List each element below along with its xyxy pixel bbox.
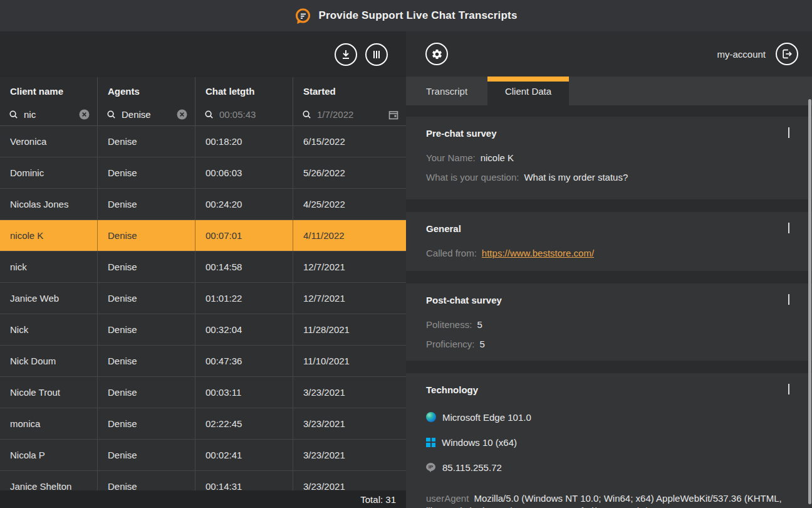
collapse-section-button[interactable]	[786, 383, 792, 397]
chevron-up-icon	[788, 127, 789, 138]
cell-agent: Denise	[98, 220, 195, 251]
column-header-client-name[interactable]: Client name	[0, 77, 98, 103]
cell-chat-length: 00:18:20	[195, 126, 293, 157]
section-technology: Technology Microsoft Edge 101.0 Windows …	[406, 373, 812, 508]
table-row[interactable]: NickDenise00:32:0411/28/2021	[0, 314, 406, 346]
cell-started: 3/23/2021	[293, 377, 406, 408]
table-row[interactable]: Janice WebDenise01:01:2212/7/2021	[0, 283, 406, 314]
vertical-scrollbar[interactable]	[808, 99, 811, 504]
tab-transcript[interactable]: Transcript	[406, 77, 487, 105]
gear-icon	[431, 48, 443, 60]
detail-panel: my-account Transcript Client Data Pre-ch…	[406, 31, 812, 508]
clear-client-filter-button[interactable]	[79, 109, 90, 120]
logout-icon	[781, 48, 793, 60]
cell-agent: Denise	[98, 377, 195, 408]
client-name-filter	[0, 103, 98, 125]
chat-length-filter-input[interactable]	[219, 109, 285, 120]
date-picker-button[interactable]	[388, 110, 398, 120]
cell-agent: Denise	[98, 440, 195, 470]
cell-started: 4/11/2022	[293, 220, 406, 251]
cell-started: 6/15/2022	[293, 126, 406, 157]
table-row[interactable]: Nicola PDenise00:02:413/23/2021	[0, 440, 406, 471]
table-row[interactable]: Nicole TroutDenise00:03:113/23/2021	[0, 377, 406, 408]
column-filter-icon	[372, 50, 382, 60]
cell-client: nick	[0, 251, 98, 282]
windows-icon	[426, 438, 435, 447]
started-filter-input[interactable]	[317, 109, 383, 120]
table-row[interactable]: monicaDenise02:22:453/23/2021	[0, 408, 406, 440]
cell-started: 12/7/2021	[293, 251, 406, 282]
chat-bubble-logo-icon	[294, 8, 311, 24]
column-filter-button[interactable]	[365, 43, 388, 66]
cell-chat-length: 00:47:36	[195, 346, 293, 376]
cell-client: Nicolas Jones	[0, 189, 98, 220]
settings-button[interactable]	[425, 43, 448, 65]
search-icon	[302, 110, 311, 119]
field-called-from: Called from:https://www.beststore.com/	[426, 243, 792, 263]
total-count: Total: 31	[360, 494, 396, 505]
collapse-section-button[interactable]	[786, 293, 792, 307]
cell-client: Nicole Trout	[0, 377, 98, 408]
agents-filter-input[interactable]	[122, 109, 171, 120]
section-pre-chat-survey: Pre-chat survey Your Name:nicole K What …	[406, 117, 812, 199]
chevron-up-icon	[788, 384, 789, 394]
tab-client-data[interactable]: Client Data	[487, 77, 569, 105]
cell-chat-length: 00:24:20	[195, 189, 293, 220]
table-row[interactable]: Nicolas JonesDenise00:24:204/25/2022	[0, 189, 406, 220]
cell-chat-length: 00:02:41	[195, 440, 293, 470]
cell-started: 12/7/2021	[293, 283, 406, 314]
cell-agent: Denise	[98, 157, 195, 188]
tech-ip: IP 85.115.255.72	[426, 455, 792, 480]
called-from-link[interactable]: https://www.beststore.com/	[482, 248, 594, 258]
field-politeness: Politeness:5	[426, 315, 792, 334]
column-header-agents[interactable]: Agents	[98, 77, 195, 103]
table-row[interactable]: VeronicaDenise00:18:206/15/2022	[0, 126, 406, 157]
clear-agents-filter-button[interactable]	[177, 109, 187, 120]
calendar-icon	[388, 110, 398, 120]
cell-agent: Denise	[98, 283, 195, 314]
user-agent: userAgentMozilla/5.0 (Windows NT 10.0; W…	[426, 492, 792, 508]
table-row[interactable]: Nick DoumDenise00:47:3611/10/2021	[0, 346, 406, 377]
table-filter-row	[0, 103, 406, 126]
cell-client: Nick	[0, 314, 98, 345]
search-icon	[9, 110, 18, 119]
table-footer: Total: 31	[0, 490, 406, 508]
section-title: Post-chat survey	[426, 295, 502, 305]
cell-started: 11/10/2021	[293, 346, 406, 376]
download-icon	[340, 49, 351, 60]
logout-button[interactable]	[776, 43, 798, 65]
client-name-filter-input[interactable]	[24, 109, 73, 120]
cell-started: 4/25/2022	[293, 189, 406, 220]
cell-chat-length: 02:22:45	[195, 408, 293, 439]
field-proficiency: Proficiency:5	[426, 334, 792, 354]
cell-chat-length: 00:32:04	[195, 314, 293, 345]
section-post-chat-survey: Post-chat survey Politeness:5 Proficienc…	[406, 283, 812, 361]
table-row[interactable]: DominicDenise00:06:035/26/2022	[0, 157, 406, 189]
column-header-chat-length[interactable]: Chat letgth	[195, 77, 293, 103]
table-row-selected[interactable]: nicole KDenise00:07:014/11/2022	[0, 220, 406, 251]
cell-chat-length: 01:01:22	[195, 283, 293, 314]
table-row[interactable]: nickDenise00:14:5812/7/2021	[0, 251, 406, 283]
clear-circle-icon	[177, 109, 187, 120]
cell-client: monica	[0, 408, 98, 439]
chevron-up-icon	[788, 294, 789, 305]
cell-chat-length: 00:14:58	[195, 251, 293, 282]
started-filter	[293, 103, 406, 125]
chevron-up-icon	[788, 223, 789, 233]
cell-agent: Denise	[98, 189, 195, 220]
transcripts-table-body: VeronicaDenise00:18:206/15/2022 DominicD…	[0, 126, 406, 508]
cell-client: Janice Web	[0, 283, 98, 314]
search-icon	[107, 110, 116, 119]
chat-length-filter	[195, 103, 293, 125]
cell-agent: Denise	[98, 251, 195, 282]
download-button[interactable]	[335, 43, 357, 66]
collapse-section-button[interactable]	[786, 126, 792, 140]
field-your-name: Your Name:nicole K	[426, 148, 792, 167]
cell-client: Veronica	[0, 126, 98, 157]
cell-chat-length: 00:06:03	[195, 157, 293, 188]
column-header-started[interactable]: Started	[293, 77, 406, 103]
collapse-section-button[interactable]	[786, 221, 792, 236]
cell-client: Dominic	[0, 157, 98, 188]
clear-circle-icon	[79, 109, 90, 120]
ip-pin-icon: IP	[426, 463, 436, 472]
